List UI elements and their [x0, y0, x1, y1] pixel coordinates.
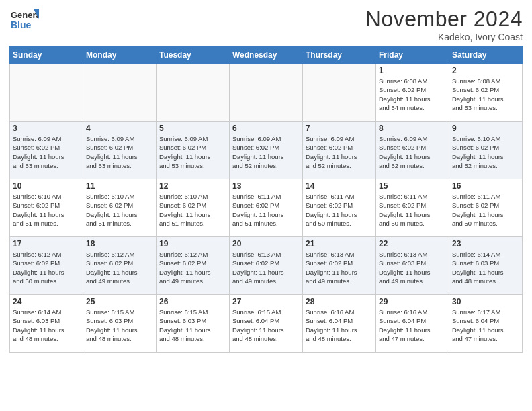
- calendar-day-cell: 3Sunrise: 6:09 AMSunset: 6:02 PMDaylight…: [10, 122, 83, 179]
- day-info: Sunrise: 6:14 AMSunset: 6:03 PMDaylight:…: [452, 250, 519, 285]
- day-info: Sunrise: 6:12 AMSunset: 6:02 PMDaylight:…: [86, 250, 153, 285]
- day-info: Sunrise: 6:16 AMSunset: 6:04 PMDaylight:…: [379, 308, 446, 343]
- day-number: 7: [306, 124, 373, 133]
- day-number: 1: [379, 66, 446, 75]
- calendar-day-cell: 9Sunrise: 6:10 AMSunset: 6:02 PMDaylight…: [449, 122, 523, 179]
- calendar-day-cell: [83, 64, 157, 122]
- day-number: 19: [159, 239, 226, 248]
- title-area: November 2024 Kadeko, Ivory Coast: [365, 7, 523, 42]
- day-info: Sunrise: 6:10 AMSunset: 6:02 PMDaylight:…: [159, 192, 226, 228]
- calendar-day-cell: 18Sunrise: 6:12 AMSunset: 6:02 PMDayligh…: [83, 237, 157, 295]
- day-info: Sunrise: 6:11 AMSunset: 6:02 PMDaylight:…: [379, 192, 446, 228]
- logo-svg: General Blue: [9, 7, 39, 36]
- calendar-day-cell: 6Sunrise: 6:09 AMSunset: 6:02 PMDaylight…: [230, 122, 303, 179]
- calendar-day-cell: [157, 64, 230, 122]
- calendar-day-cell: 11Sunrise: 6:10 AMSunset: 6:02 PMDayligh…: [83, 179, 157, 237]
- calendar-weekday-header: Friday: [376, 47, 449, 64]
- calendar-day-cell: 1Sunrise: 6:08 AMSunset: 6:02 PMDaylight…: [376, 64, 449, 122]
- day-number: 25: [86, 297, 153, 306]
- location-subtitle: Kadeko, Ivory Coast: [365, 32, 523, 42]
- calendar-day-cell: 12Sunrise: 6:10 AMSunset: 6:02 PMDayligh…: [157, 179, 230, 237]
- day-number: 13: [232, 181, 300, 191]
- day-info: Sunrise: 6:12 AMSunset: 6:02 PMDaylight:…: [159, 250, 226, 285]
- calendar-day-cell: [303, 64, 376, 122]
- day-info: Sunrise: 6:09 AMSunset: 6:02 PMDaylight:…: [86, 134, 153, 170]
- day-number: 3: [13, 124, 80, 133]
- calendar-table: SundayMondayTuesdayWednesdayThursdayFrid…: [9, 46, 523, 353]
- day-number: 20: [232, 239, 300, 248]
- day-info: Sunrise: 6:09 AMSunset: 6:02 PMDaylight:…: [379, 134, 446, 170]
- svg-text:General: General: [11, 10, 39, 20]
- calendar-day-cell: 14Sunrise: 6:11 AMSunset: 6:02 PMDayligh…: [303, 179, 376, 237]
- day-info: Sunrise: 6:08 AMSunset: 6:02 PMDaylight:…: [452, 77, 519, 112]
- day-number: 21: [306, 239, 373, 248]
- calendar-day-cell: 23Sunrise: 6:14 AMSunset: 6:03 PMDayligh…: [449, 237, 523, 295]
- calendar-day-cell: 28Sunrise: 6:16 AMSunset: 6:04 PMDayligh…: [303, 295, 376, 353]
- calendar-week-row: 17Sunrise: 6:12 AMSunset: 6:02 PMDayligh…: [10, 237, 523, 295]
- calendar-day-cell: 7Sunrise: 6:09 AMSunset: 6:02 PMDaylight…: [303, 122, 376, 179]
- day-info: Sunrise: 6:16 AMSunset: 6:04 PMDaylight:…: [306, 308, 373, 343]
- day-number: 16: [452, 181, 519, 191]
- calendar-day-cell: 13Sunrise: 6:11 AMSunset: 6:02 PMDayligh…: [230, 179, 303, 237]
- calendar-day-cell: 29Sunrise: 6:16 AMSunset: 6:04 PMDayligh…: [376, 295, 449, 353]
- calendar-weekday-header: Monday: [83, 47, 157, 64]
- day-number: 23: [452, 239, 519, 248]
- day-info: Sunrise: 6:09 AMSunset: 6:02 PMDaylight:…: [232, 134, 300, 170]
- calendar-day-cell: 24Sunrise: 6:14 AMSunset: 6:03 PMDayligh…: [10, 295, 83, 353]
- day-info: Sunrise: 6:10 AMSunset: 6:02 PMDaylight:…: [86, 192, 153, 228]
- day-number: 4: [86, 124, 153, 133]
- day-info: Sunrise: 6:15 AMSunset: 6:04 PMDaylight:…: [232, 308, 300, 343]
- day-number: 14: [306, 181, 373, 191]
- calendar-day-cell: 22Sunrise: 6:13 AMSunset: 6:03 PMDayligh…: [376, 237, 449, 295]
- day-number: 30: [452, 297, 519, 306]
- day-number: 29: [379, 297, 446, 306]
- calendar-day-cell: 26Sunrise: 6:15 AMSunset: 6:03 PMDayligh…: [157, 295, 230, 353]
- day-number: 12: [159, 181, 226, 191]
- calendar-week-row: 1Sunrise: 6:08 AMSunset: 6:02 PMDaylight…: [10, 64, 523, 122]
- calendar-day-cell: 21Sunrise: 6:13 AMSunset: 6:02 PMDayligh…: [303, 237, 376, 295]
- calendar-day-cell: 16Sunrise: 6:11 AMSunset: 6:02 PMDayligh…: [449, 179, 523, 237]
- day-info: Sunrise: 6:09 AMSunset: 6:02 PMDaylight:…: [13, 134, 80, 170]
- calendar-weekday-header: Wednesday: [230, 47, 303, 64]
- day-info: Sunrise: 6:09 AMSunset: 6:02 PMDaylight:…: [306, 134, 373, 170]
- day-number: 11: [86, 181, 153, 191]
- calendar-day-cell: 20Sunrise: 6:13 AMSunset: 6:02 PMDayligh…: [230, 237, 303, 295]
- calendar-day-cell: 8Sunrise: 6:09 AMSunset: 6:02 PMDaylight…: [376, 122, 449, 179]
- day-info: Sunrise: 6:17 AMSunset: 6:04 PMDaylight:…: [452, 308, 519, 343]
- day-info: Sunrise: 6:11 AMSunset: 6:02 PMDaylight:…: [306, 192, 373, 228]
- calendar-week-row: 10Sunrise: 6:10 AMSunset: 6:02 PMDayligh…: [10, 179, 523, 237]
- day-info: Sunrise: 6:10 AMSunset: 6:02 PMDaylight:…: [13, 192, 80, 228]
- day-number: 17: [13, 239, 80, 248]
- calendar-day-cell: 10Sunrise: 6:10 AMSunset: 6:02 PMDayligh…: [10, 179, 83, 237]
- calendar-day-cell: 17Sunrise: 6:12 AMSunset: 6:02 PMDayligh…: [10, 237, 83, 295]
- day-info: Sunrise: 6:15 AMSunset: 6:03 PMDaylight:…: [86, 308, 153, 343]
- day-number: 28: [306, 297, 373, 306]
- calendar-week-row: 24Sunrise: 6:14 AMSunset: 6:03 PMDayligh…: [10, 295, 523, 353]
- day-number: 6: [232, 124, 300, 133]
- day-info: Sunrise: 6:11 AMSunset: 6:02 PMDaylight:…: [452, 192, 519, 228]
- day-info: Sunrise: 6:10 AMSunset: 6:02 PMDaylight:…: [452, 134, 519, 170]
- day-number: 5: [159, 124, 226, 133]
- calendar-day-cell: 19Sunrise: 6:12 AMSunset: 6:02 PMDayligh…: [157, 237, 230, 295]
- day-number: 2: [452, 66, 519, 75]
- day-number: 18: [86, 239, 153, 248]
- calendar-day-cell: 25Sunrise: 6:15 AMSunset: 6:03 PMDayligh…: [83, 295, 157, 353]
- calendar-weekday-header: Sunday: [10, 47, 83, 64]
- day-number: 24: [13, 297, 80, 306]
- day-info: Sunrise: 6:11 AMSunset: 6:02 PMDaylight:…: [232, 192, 300, 228]
- calendar-weekday-header: Tuesday: [157, 47, 230, 64]
- calendar-day-cell: 30Sunrise: 6:17 AMSunset: 6:04 PMDayligh…: [449, 295, 523, 353]
- day-number: 10: [13, 181, 80, 191]
- day-info: Sunrise: 6:13 AMSunset: 6:02 PMDaylight:…: [232, 250, 300, 285]
- calendar-day-cell: 2Sunrise: 6:08 AMSunset: 6:02 PMDaylight…: [449, 64, 523, 122]
- calendar-day-cell: 15Sunrise: 6:11 AMSunset: 6:02 PMDayligh…: [376, 179, 449, 237]
- calendar-day-cell: [230, 64, 303, 122]
- calendar-week-row: 3Sunrise: 6:09 AMSunset: 6:02 PMDaylight…: [10, 122, 523, 179]
- day-info: Sunrise: 6:13 AMSunset: 6:03 PMDaylight:…: [379, 250, 446, 285]
- day-number: 9: [452, 124, 519, 133]
- page: General Blue November 2024 Kadeko, Ivory…: [0, 0, 532, 411]
- day-info: Sunrise: 6:12 AMSunset: 6:02 PMDaylight:…: [13, 250, 80, 285]
- day-info: Sunrise: 6:15 AMSunset: 6:03 PMDaylight:…: [159, 308, 226, 343]
- header: General Blue November 2024 Kadeko, Ivory…: [9, 7, 523, 42]
- calendar-day-cell: [10, 64, 83, 122]
